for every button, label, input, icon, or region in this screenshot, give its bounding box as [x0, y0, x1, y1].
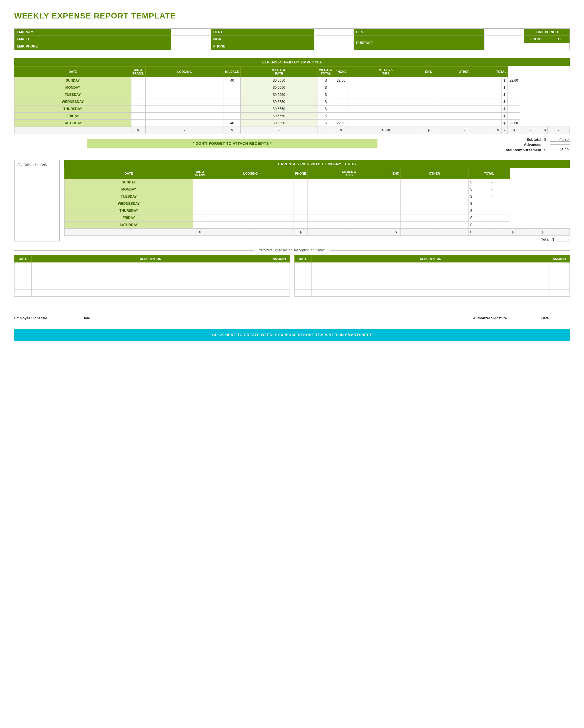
cf-other-cell[interactable] — [401, 193, 468, 200]
cf-meals-cell[interactable] — [307, 214, 391, 222]
cf-meals-cell[interactable] — [307, 222, 391, 229]
phone-cell[interactable] — [348, 84, 424, 91]
air-cell[interactable] — [131, 105, 145, 113]
ent-cell[interactable] — [433, 77, 495, 84]
other-cell[interactable] — [495, 113, 501, 120]
cf-ent-cell[interactable] — [391, 179, 401, 186]
phone-value[interactable] — [314, 43, 354, 50]
cf-meals-cell[interactable] — [307, 193, 391, 200]
cf-lodging-cell[interactable] — [207, 186, 294, 193]
lodging-cell[interactable] — [145, 113, 224, 120]
cf-meals-cell[interactable] — [307, 200, 391, 207]
cf-air-cell[interactable] — [193, 179, 207, 186]
air-cell[interactable] — [131, 91, 145, 98]
mileage-cell[interactable] — [224, 113, 240, 120]
cf-lodging-cell[interactable] — [207, 207, 294, 214]
meals-cell[interactable] — [424, 84, 433, 91]
purpose-value[interactable] — [484, 36, 524, 50]
phone-cell[interactable] — [348, 113, 424, 120]
ent-cell[interactable] — [433, 91, 495, 98]
emp-phone-value[interactable] — [171, 43, 211, 50]
phone-cell[interactable] — [348, 91, 424, 98]
cf-phone-cell[interactable] — [294, 179, 307, 186]
meals-cell[interactable] — [424, 113, 433, 120]
cf-air-cell[interactable] — [193, 186, 207, 193]
cf-air-cell[interactable] — [193, 214, 207, 222]
cf-lodging-cell[interactable] — [207, 222, 294, 229]
cf-phone-cell[interactable] — [294, 222, 307, 229]
cf-meals-cell[interactable] — [307, 207, 391, 214]
mileage-cell[interactable] — [224, 91, 240, 98]
cf-other-cell[interactable] — [401, 186, 468, 193]
from-value[interactable] — [524, 43, 547, 50]
mileage-cell[interactable] — [224, 84, 240, 91]
meals-cell[interactable] — [424, 77, 433, 84]
lodging-cell[interactable] — [145, 77, 224, 84]
mgr-value[interactable] — [314, 36, 354, 43]
to-value[interactable] — [547, 43, 570, 50]
cf-ent-cell[interactable] — [391, 193, 401, 200]
cf-meals-cell[interactable] — [307, 186, 391, 193]
lodging-cell[interactable] — [145, 120, 224, 127]
phone-cell[interactable] — [348, 98, 424, 105]
ent-cell[interactable] — [433, 105, 495, 113]
lodging-cell[interactable] — [145, 105, 224, 113]
ent-cell[interactable] — [433, 98, 495, 105]
air-cell[interactable] — [131, 113, 145, 120]
cf-phone-cell[interactable] — [294, 214, 307, 222]
air-cell[interactable] — [131, 84, 145, 91]
meals-cell[interactable] — [424, 91, 433, 98]
cf-other-cell[interactable] — [401, 179, 468, 186]
cta-banner[interactable]: CLICK HERE TO CREATE WEEKLY EXPENSE REPO… — [14, 329, 570, 341]
air-cell[interactable] — [131, 120, 145, 127]
lodging-cell[interactable] — [145, 91, 224, 98]
cf-lodging-cell[interactable] — [207, 214, 294, 222]
meals-cell[interactable] — [424, 105, 433, 113]
emp-name-value[interactable] — [171, 29, 211, 36]
cf-phone-cell[interactable] — [294, 193, 307, 200]
mileage-cell[interactable] — [224, 105, 240, 113]
lodging-cell[interactable] — [145, 84, 224, 91]
cf-air-cell[interactable] — [193, 193, 207, 200]
other-cell[interactable] — [495, 105, 501, 113]
other-cell[interactable] — [495, 91, 501, 98]
cf-phone-cell[interactable] — [294, 186, 307, 193]
mileage-cell[interactable]: 40 — [224, 120, 240, 127]
cf-other-cell[interactable] — [401, 222, 468, 229]
other-cell[interactable] — [495, 98, 501, 105]
cf-lodging-cell[interactable] — [207, 193, 294, 200]
ent-cell[interactable] — [433, 84, 495, 91]
cf-phone-cell[interactable] — [294, 200, 307, 207]
cf-lodging-cell[interactable] — [207, 179, 294, 186]
phone-cell[interactable] — [348, 77, 424, 84]
ent-cell[interactable] — [433, 113, 495, 120]
other-cell[interactable] — [495, 120, 501, 127]
phone-cell[interactable] — [348, 105, 424, 113]
dept-value[interactable] — [314, 29, 354, 36]
cf-other-cell[interactable] — [401, 200, 468, 207]
cf-lodging-cell[interactable] — [207, 200, 294, 207]
phone-cell[interactable] — [348, 120, 424, 127]
cf-meals-cell[interactable] — [307, 179, 391, 186]
cf-ent-cell[interactable] — [391, 200, 401, 207]
air-cell[interactable] — [131, 98, 145, 105]
air-cell[interactable] — [131, 77, 145, 84]
other-cell[interactable] — [495, 77, 501, 84]
mileage-cell[interactable] — [224, 98, 240, 105]
cf-ent-cell[interactable] — [391, 186, 401, 193]
mileage-cell[interactable]: 40 — [224, 77, 240, 84]
meals-cell[interactable] — [424, 98, 433, 105]
lodging-cell[interactable] — [145, 98, 224, 105]
cf-other-cell[interactable] — [401, 207, 468, 214]
cf-air-cell[interactable] — [193, 207, 207, 214]
emp-id-value[interactable] — [171, 36, 211, 43]
cf-ent-cell[interactable] — [391, 222, 401, 229]
cf-phone-cell[interactable] — [294, 207, 307, 214]
cf-ent-cell[interactable] — [391, 214, 401, 222]
cf-air-cell[interactable] — [193, 222, 207, 229]
cf-air-cell[interactable] — [193, 200, 207, 207]
ent-cell[interactable] — [433, 120, 495, 127]
dest-value[interactable] — [484, 29, 524, 36]
meals-cell[interactable] — [424, 120, 433, 127]
cf-other-cell[interactable] — [401, 214, 468, 222]
